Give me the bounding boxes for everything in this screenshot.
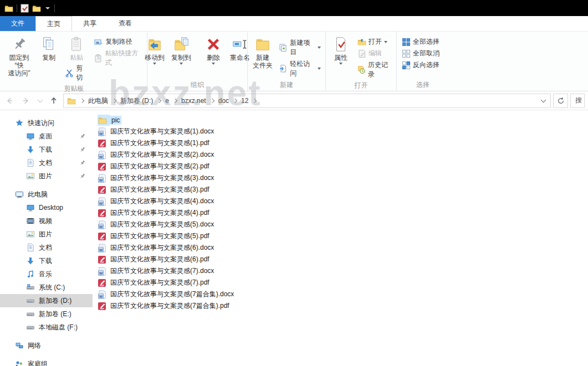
pin-to-quick-access-button[interactable]: 固定到“快 速访问” <box>3 33 35 78</box>
paste-button[interactable]: 粘贴 <box>63 33 90 63</box>
breadcrumb-item-bzxz[interactable]: bzxz.net <box>177 94 210 107</box>
sidebar-item-pictures[interactable]: 图片 <box>0 228 93 241</box>
ribbon-group-new: 新建 文件夹 新建项目 轻松访问 <box>247 32 325 91</box>
dropdown-caret <box>153 63 156 65</box>
download-arrow-icon <box>26 256 35 265</box>
new-folder-button[interactable]: 新建 文件夹 <box>250 33 275 70</box>
group-label-new: 新建 <box>250 80 323 91</box>
breadcrumb-item-drive-d[interactable]: 新加卷 (D:) <box>116 94 157 107</box>
ribbon-group-clipboard: 固定到“快 速访问” 复制 粘贴 <box>1 32 147 91</box>
select-all-button[interactable]: 全部选择 <box>399 36 442 48</box>
document-icon <box>26 158 35 167</box>
delete-x-icon <box>205 35 222 54</box>
folder-icon[interactable] <box>4 4 13 13</box>
pushpin-icon <box>11 35 28 54</box>
recent-locations-caret[interactable] <box>35 94 44 108</box>
tab-share[interactable]: 共享 <box>72 16 108 31</box>
file-row[interactable]: 国庆节文化故事与文案灵感(3).pdf <box>98 184 236 195</box>
sidebar-item-downloads[interactable]: 下载 <box>0 254 93 267</box>
sidebar-item-quick-access[interactable]: 快速访问 <box>0 116 93 130</box>
copy-path-button[interactable]: W 复制路径 <box>91 36 145 48</box>
file-row[interactable]: 国庆节文化故事与文案灵感(7篇合集).pdf <box>98 300 236 312</box>
file-row[interactable]: 国庆节文化故事与文案灵感(1).pdf <box>98 137 236 149</box>
file-row[interactable]: 国庆节文化故事与文案灵感(4).docx <box>98 195 236 207</box>
file-row[interactable]: 国庆节文化故事与文案灵感(6).pdf <box>98 254 236 265</box>
breadcrumb[interactable]: 此电脑 新加卷 (D:) e bzxz.net doc 12 <box>63 94 551 108</box>
sidebar-item-documents[interactable]: 文档 <box>0 241 93 254</box>
search-input[interactable]: 搜 <box>570 94 585 108</box>
sidebar-item-drive-c[interactable]: 系统 (C:) <box>0 281 93 294</box>
tab-file[interactable]: 文件 <box>0 16 35 31</box>
file-row[interactable]: 国庆节文化故事与文案灵感(7).docx <box>98 265 236 277</box>
sidebar-item-drive-f[interactable]: 本地磁盘 (F:) <box>0 321 93 334</box>
file-row-pic-folder[interactable]: pic <box>98 114 236 126</box>
breadcrumb-separator <box>157 98 161 102</box>
dropdown-caret <box>180 63 183 65</box>
ribbon-group-organize: 移动到 复制到 删除 <box>147 32 247 91</box>
explorer-window: bzxz.net 文件 主页 共享 查看 固定到“快 速访问” <box>0 0 588 366</box>
copy-to-button[interactable]: 复制到 <box>168 33 194 66</box>
word-file-icon <box>98 267 106 276</box>
up-button[interactable] <box>47 94 61 108</box>
pin-icon <box>79 173 86 179</box>
copy-button[interactable]: 复制 <box>36 33 62 63</box>
properties-check-icon[interactable] <box>21 4 29 13</box>
easy-access-button[interactable]: 轻松访问 <box>277 58 323 79</box>
file-row[interactable]: 国庆节文化故事与文案灵感(7篇合集).docx <box>98 288 236 300</box>
move-to-button[interactable]: 移动到 <box>142 33 167 66</box>
properties-button[interactable]: 属性 <box>328 33 354 66</box>
history-button[interactable]: 历史记录 <box>355 59 394 80</box>
sidebar-item-drive-d[interactable]: 新加卷 (D:) <box>0 294 93 307</box>
pdf-file-icon <box>98 255 106 264</box>
sidebar-item-pictures-pinned[interactable]: 图片 <box>0 169 93 183</box>
breadcrumb-item-12[interactable]: 12 <box>237 94 252 107</box>
sidebar-item-downloads-pinned[interactable]: 下载 <box>0 143 93 156</box>
file-row[interactable]: 国庆节文化故事与文案灵感(3).docx <box>98 172 236 184</box>
sidebar-item-network[interactable]: 网络 <box>0 339 93 352</box>
tab-view[interactable]: 查看 <box>108 16 143 31</box>
forward-button[interactable] <box>19 94 33 108</box>
open-button[interactable]: 打开 <box>355 36 394 48</box>
sidebar-item-desktop-pinned[interactable]: 桌面 <box>0 130 93 143</box>
select-none-button[interactable]: 全部取消 <box>399 48 442 59</box>
ribbon-group-open: 属性 打开 编辑 <box>325 32 396 91</box>
breadcrumb-item-doc[interactable]: doc <box>214 94 233 107</box>
breadcrumb-separator <box>233 98 237 102</box>
refresh-button[interactable] <box>553 94 568 108</box>
file-row[interactable]: 国庆节文化故事与文案灵感(5).docx <box>98 219 236 230</box>
sidebar-item-homegroup[interactable]: 家庭组 <box>0 357 93 366</box>
sidebar-item-videos[interactable]: 视频 <box>0 214 93 228</box>
pdf-file-icon <box>98 185 106 194</box>
tab-home[interactable]: 主页 <box>35 16 72 31</box>
sidebar-item-drive-e[interactable]: 新加卷 (E:) <box>0 307 93 321</box>
pdf-file-icon <box>98 209 106 218</box>
dropdown-caret <box>384 41 387 43</box>
navigation-pane: 快速访问 桌面 下载 文档 图片 <box>0 110 93 366</box>
music-note-icon <box>26 270 35 279</box>
new-item-button[interactable]: 新建项目 <box>277 37 323 58</box>
folder-icon[interactable] <box>32 4 41 13</box>
sidebar-item-documents-pinned[interactable]: 文档 <box>0 156 93 169</box>
file-row[interactable]: 国庆节文化故事与文案灵感(7).pdf <box>98 277 236 288</box>
file-row[interactable]: 国庆节文化故事与文案灵感(6).docx <box>98 242 236 254</box>
paste-shortcut-button[interactable]: 粘贴快捷方式 <box>91 48 145 69</box>
sidebar-item-this-pc[interactable]: 此电脑 <box>0 188 93 201</box>
sidebar-item-music[interactable]: 音乐 <box>0 267 93 281</box>
sidebar-item-desktop[interactable]: Desktop <box>0 201 93 214</box>
breadcrumb-item-e[interactable]: e <box>161 94 173 107</box>
file-row[interactable]: 国庆节文化故事与文案灵感(2).pdf <box>98 161 236 172</box>
chevron-down-icon[interactable] <box>45 7 50 9</box>
back-button[interactable] <box>2 94 17 108</box>
file-row[interactable]: 国庆节文化故事与文案灵感(2).docx <box>98 149 236 161</box>
cut-button[interactable]: 剪切 <box>63 63 90 84</box>
file-row[interactable]: 国庆节文化故事与文案灵感(1).docx <box>98 126 236 137</box>
invert-selection-button[interactable]: 反向选择 <box>399 59 442 71</box>
monitor-icon <box>26 132 35 141</box>
address-dropdown-button[interactable] <box>537 100 549 102</box>
paste-shortcut-icon <box>94 54 103 63</box>
delete-button[interactable]: 删除 <box>201 33 226 66</box>
edit-button[interactable]: 编辑 <box>355 48 394 59</box>
file-row[interactable]: 国庆节文化故事与文案灵感(5).pdf <box>98 230 236 242</box>
file-row[interactable]: 国庆节文化故事与文案灵感(4).pdf <box>98 207 236 219</box>
breadcrumb-item-this-pc[interactable]: 此电脑 <box>84 94 112 107</box>
